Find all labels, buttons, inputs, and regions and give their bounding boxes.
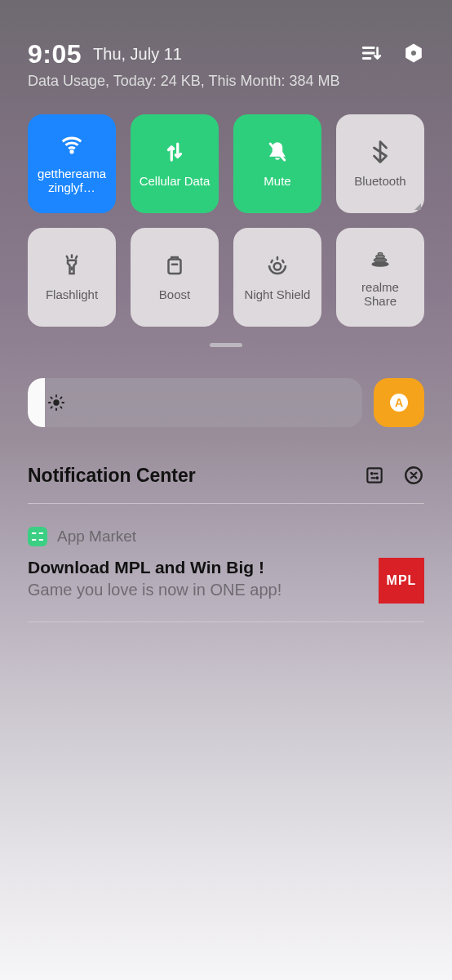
- boost-tile[interactable]: Boost: [131, 228, 219, 327]
- clock-date: Thu, July 11: [93, 45, 182, 64]
- svg-line-19: [60, 397, 61, 398]
- cellular-icon: [162, 140, 187, 164]
- flashlight-tile[interactable]: Flashlight: [28, 228, 116, 327]
- svg-point-0: [410, 50, 416, 56]
- settings-icon[interactable]: [403, 42, 424, 64]
- app-market-icon: [28, 527, 47, 546]
- svg-rect-4: [169, 259, 181, 274]
- cellular-tile[interactable]: Cellular Data: [131, 114, 219, 213]
- svg-line-16: [51, 397, 51, 398]
- mute-tile[interactable]: Mute: [233, 114, 321, 213]
- quick-settings-grid: getthereamazinglyf… Cellular Data Mute B…: [28, 114, 424, 327]
- svg-text:A: A: [395, 396, 403, 409]
- notification-subtitle: Game you love is now in ONE app!: [28, 581, 366, 599]
- brightness-icon: [47, 394, 65, 412]
- realmeshare-label: realme Share: [339, 280, 421, 309]
- svg-point-7: [372, 262, 388, 266]
- mute-label: Mute: [259, 174, 295, 188]
- svg-point-6: [274, 263, 281, 270]
- manage-icon[interactable]: [364, 465, 385, 486]
- svg-point-23: [370, 473, 373, 475]
- divider: [28, 503, 424, 504]
- notification-center-title: Notification Center: [28, 465, 346, 487]
- wifi-tile[interactable]: getthereamazinglyf…: [28, 114, 116, 213]
- data-usage-label: Data Usage, Today: 24 KB, This Month: 38…: [28, 73, 424, 90]
- mute-icon: [265, 140, 290, 164]
- bluetooth-label: Bluetooth: [349, 174, 410, 188]
- svg-point-11: [53, 399, 59, 405]
- svg-point-25: [376, 477, 379, 479]
- boost-label: Boost: [154, 287, 195, 301]
- svg-point-10: [378, 252, 383, 255]
- svg-point-1: [70, 150, 73, 154]
- boost-icon: [162, 253, 187, 278]
- svg-line-18: [51, 407, 51, 408]
- clock-time: 9:05: [28, 39, 82, 69]
- flashlight-icon: [60, 253, 84, 278]
- notification-app-name: App Market: [57, 528, 136, 546]
- cellular-label: Cellular Data: [135, 174, 215, 188]
- expand-corner-icon: [414, 203, 421, 210]
- notification-thumbnail: MPL: [379, 558, 424, 604]
- auto-brightness-icon: A: [388, 391, 410, 414]
- brightness-slider[interactable]: [28, 378, 362, 427]
- drag-handle[interactable]: [210, 343, 242, 347]
- nightshield-tile[interactable]: Night Shield: [233, 228, 321, 327]
- nightshield-label: Night Shield: [240, 287, 316, 301]
- divider: [28, 621, 424, 622]
- svg-line-17: [60, 407, 61, 408]
- sort-icon[interactable]: [361, 42, 382, 64]
- svg-rect-22: [367, 469, 381, 483]
- brightness-fill: [28, 378, 45, 427]
- wifi-icon: [60, 132, 84, 157]
- realmeshare-icon: [368, 246, 392, 270]
- realmeshare-tile[interactable]: realme Share: [336, 228, 424, 327]
- notification-title: Download MPL and Win Big !: [28, 558, 366, 577]
- clear-all-icon[interactable]: [403, 465, 424, 486]
- wifi-label: getthereamazinglyf…: [31, 167, 113, 195]
- bluetooth-tile[interactable]: Bluetooth: [336, 114, 424, 213]
- auto-brightness-button[interactable]: A: [374, 378, 424, 427]
- status-header: 9:05 Thu, July 11 Data Usage, Today: 24 …: [28, 0, 424, 90]
- notification-item[interactable]: App Market Download MPL and Win Big ! Ga…: [28, 527, 424, 604]
- nightshield-icon: [265, 253, 290, 278]
- flashlight-label: Flashlight: [41, 287, 103, 301]
- bluetooth-icon: [368, 140, 392, 164]
